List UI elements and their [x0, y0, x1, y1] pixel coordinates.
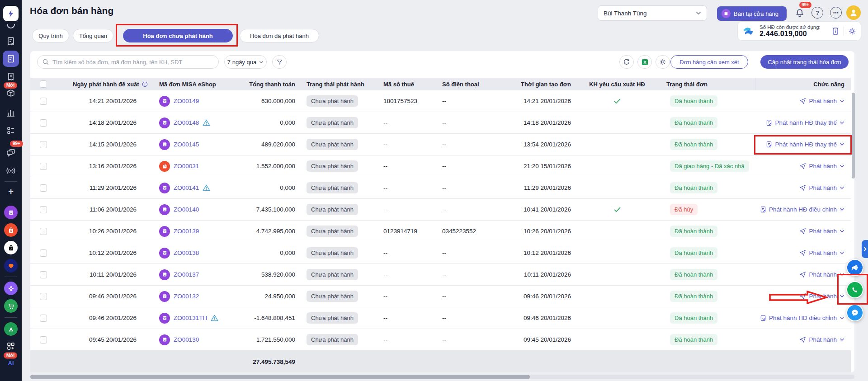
function-action[interactable]: Phát hành	[755, 249, 851, 256]
orders-to-review-button[interactable]: Đơn hàng cần xem xét	[670, 55, 748, 69]
sidebar-item-catalog[interactable]	[0, 126, 22, 136]
order-code-link[interactable]: ZO00031	[174, 163, 199, 169]
chevron-down-icon[interactable]	[840, 316, 844, 320]
function-action[interactable]: Phát hành	[755, 271, 851, 278]
notification-count-badge: 99+	[799, 2, 811, 8]
chevron-down-icon[interactable]	[840, 143, 844, 146]
refresh-button[interactable]	[619, 55, 634, 69]
sidebar-item-invoices-active[interactable]	[0, 51, 22, 67]
chevron-down-icon[interactable]	[840, 165, 844, 168]
function-action[interactable]: Phát hành HĐ thay thế	[755, 119, 851, 126]
order-code-link[interactable]: ZO00141	[174, 184, 199, 191]
support-hotline-fab[interactable]	[846, 281, 863, 298]
order-code-link[interactable]: ZO00137	[174, 271, 199, 278]
horizontal-scrollbar-thumb[interactable]	[30, 375, 530, 379]
function-action[interactable]: Phát hành HĐ thay thế	[755, 141, 851, 148]
tab-quy-trinh[interactable]: Quy trình	[32, 29, 69, 42]
row-checkbox[interactable]	[40, 271, 47, 278]
info-icon[interactable]	[142, 81, 148, 87]
sidebar-item-partner-app[interactable]	[0, 322, 22, 336]
row-checkbox[interactable]	[40, 184, 47, 192]
sidebar-add-channel[interactable]: +	[0, 187, 22, 197]
row-checkbox[interactable]	[40, 163, 47, 170]
row-checkbox[interactable]	[40, 315, 47, 322]
tab-tong-quan[interactable]: Tổng quan	[73, 29, 113, 42]
search-box[interactable]	[37, 55, 219, 69]
row-checkbox[interactable]	[40, 293, 47, 300]
sidebar-channel-tiktok[interactable]: ♪	[0, 241, 22, 254]
notifications-button[interactable]	[793, 6, 807, 20]
sidebar-item-arc[interactable]	[0, 24, 22, 29]
function-action[interactable]: Phát hành	[755, 163, 851, 169]
order-code-link[interactable]: ZO00145	[174, 141, 199, 148]
chevron-down-icon[interactable]	[840, 208, 844, 211]
order-code-link[interactable]: ZO00149	[174, 98, 199, 104]
tab-hoa-don-da-phat-hanh[interactable]: Hóa đơn đã phát hành	[240, 29, 319, 42]
table-vertical-scrollbar[interactable]	[852, 93, 855, 179]
chevron-down-icon[interactable]	[840, 121, 844, 124]
order-code-link[interactable]: ZO00140	[174, 206, 199, 213]
sidebar-item-apps[interactable]	[0, 342, 22, 351]
row-checkbox[interactable]	[40, 141, 47, 148]
sidebar-item-broadcast[interactable]	[0, 167, 22, 175]
function-action[interactable]: Phát hành	[755, 98, 851, 104]
quota-detail-button[interactable]	[831, 27, 840, 35]
export-excel-button[interactable]: X	[637, 55, 652, 69]
order-code-link[interactable]: ZO00139	[174, 228, 199, 235]
sidebar-item-orders[interactable]	[0, 36, 22, 46]
messenger-fab[interactable]	[846, 304, 863, 321]
chevron-down-icon[interactable]	[840, 273, 844, 276]
chevron-down-icon[interactable]	[840, 186, 844, 189]
chevron-down-icon[interactable]	[840, 251, 844, 254]
row-checkbox[interactable]	[40, 336, 47, 343]
quota-settings-button[interactable]	[848, 27, 856, 35]
function-action[interactable]: Phát hành HĐ điều chỉnh	[755, 315, 851, 321]
sidebar-channel-shopee[interactable]: S	[0, 223, 22, 237]
row-checkbox[interactable]	[40, 228, 47, 235]
order-code-link[interactable]: ZO00132	[174, 293, 199, 300]
function-action[interactable]: Phát hành	[755, 228, 851, 235]
sidebar-item-reports[interactable]	[0, 108, 22, 118]
user-dropdown[interactable]: Bùi Thanh Tùng	[598, 5, 707, 21]
chevron-down-icon[interactable]	[840, 338, 844, 341]
row-checkbox[interactable]	[40, 119, 47, 127]
function-action[interactable]: Phát hành HĐ điều chỉnh	[755, 206, 851, 213]
document-check-icon	[6, 36, 16, 46]
filter-button[interactable]	[272, 55, 287, 69]
tab-hoa-don-chua-phat-hanh[interactable]: Hóa đơn chưa phát hành	[123, 29, 233, 42]
sidebar-item-ai[interactable]: AI Mới	[0, 360, 22, 367]
help-button[interactable]: ?	[811, 7, 823, 19]
sidebar-channel-lazada[interactable]	[0, 259, 22, 273]
announcements-fab[interactable]	[846, 259, 863, 276]
row-checkbox[interactable]	[40, 98, 47, 105]
sidebar-item-marketplace[interactable]	[0, 299, 22, 313]
date-range-dropdown[interactable]: 7 ngày qua	[224, 55, 267, 69]
order-code-link[interactable]: ZO00130	[174, 336, 199, 343]
sidebar-item-chat[interactable]: 99+	[0, 148, 22, 158]
function-action[interactable]: Phát hành	[755, 293, 851, 300]
sidebar-item-connect[interactable]	[0, 282, 22, 295]
proposed-date: 09:45 20/01/2026	[89, 336, 137, 343]
sidebar-logo[interactable]	[0, 6, 22, 21]
chevron-down-icon[interactable]	[840, 230, 844, 233]
row-checkbox[interactable]	[40, 206, 47, 213]
sell-at-store-button[interactable]: Bán tại cửa hàng	[717, 6, 787, 21]
sidebar-item-receipts[interactable]	[0, 72, 22, 82]
table-settings-button[interactable]	[656, 55, 670, 69]
function-action[interactable]: Phát hành	[755, 336, 851, 343]
function-action[interactable]: Phát hành	[755, 184, 851, 191]
update-invoice-status-button[interactable]: Cập nhật trạng thái hóa đơn	[760, 55, 849, 69]
search-input[interactable]	[52, 59, 214, 66]
order-code-link[interactable]: ZO00131TH	[174, 315, 207, 321]
more-button[interactable]: ⋯	[830, 7, 842, 19]
row-checkbox[interactable]	[40, 249, 47, 257]
expand-panel-tab[interactable]	[862, 240, 868, 258]
user-avatar[interactable]	[846, 5, 861, 20]
sidebar-channel-eshop[interactable]	[0, 206, 22, 219]
select-all-checkbox[interactable]	[40, 80, 47, 88]
order-code-link[interactable]: ZO00138	[174, 249, 199, 256]
chevron-down-icon[interactable]	[840, 295, 844, 298]
sidebar-item-new-feature[interactable]: Mới	[0, 89, 22, 98]
chevron-down-icon[interactable]	[840, 99, 844, 103]
order-code-link[interactable]: ZO00148	[174, 119, 199, 126]
